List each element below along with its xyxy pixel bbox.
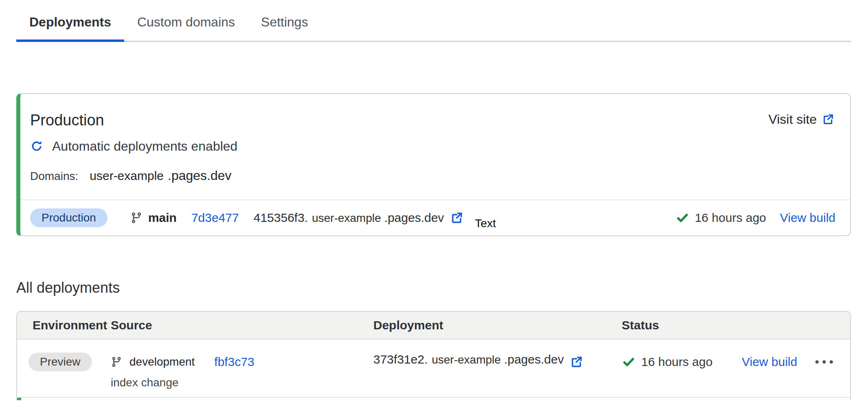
branch-name: development	[129, 355, 195, 368]
tab-deployments[interactable]: Deployments	[16, 0, 124, 42]
production-card-header: Production Visit site	[20, 94, 850, 130]
visit-site-label: Visit site	[768, 110, 817, 128]
domains-label: Domains:	[30, 170, 78, 183]
table-header-row: Environment Source Deployment Status	[17, 312, 850, 340]
source-cell: development fbf3c73 index change	[111, 353, 373, 397]
next-row-peek	[17, 398, 850, 400]
open-deployment-icon[interactable]	[450, 211, 464, 225]
actions-cell: View build •••	[742, 353, 850, 371]
deployment-cell: 373f31e2. user-example .pages.dev	[373, 353, 622, 371]
column-header-source: Source	[111, 318, 373, 332]
column-header-status: Status	[622, 318, 742, 332]
environment-cell: Preview	[17, 353, 111, 397]
git-branch-icon	[111, 356, 122, 368]
tab-settings[interactable]: Settings	[248, 0, 321, 42]
production-row-status: 16 hours ago View build	[675, 211, 835, 225]
domains-row: Domains: user-example .pages.dev	[20, 168, 850, 199]
column-header-environment: Environment	[17, 318, 111, 332]
visit-site-link[interactable]: Visit site	[768, 110, 835, 128]
environment-badge: Preview	[28, 353, 92, 371]
deployment-url-suffix: .pages.dev	[504, 353, 564, 366]
table-row: Preview development fbf3c73 index change…	[17, 340, 850, 398]
commit-message: index change	[111, 376, 373, 389]
view-build-link[interactable]: View build	[742, 355, 797, 369]
auto-deployments-row: Automatic deployments enabled	[20, 138, 850, 154]
deployment-url-name: user-example	[312, 212, 381, 225]
pages-project-page: Deployments Custom domains Settings Prod…	[0, 0, 868, 400]
branch-name: main	[148, 211, 177, 225]
view-build-link[interactable]: View build	[780, 211, 835, 225]
tab-custom-domains[interactable]: Custom domains	[124, 0, 248, 42]
external-link-icon	[822, 113, 835, 126]
deployment-url-suffix: .pages.dev	[384, 211, 444, 225]
commit-hash-link[interactable]: fbf3c73	[214, 355, 254, 369]
deployment-url-prefix: 373f31e2.	[373, 353, 427, 366]
domain-name: user-example	[90, 169, 164, 183]
deployment-url: 415356f3. user-example .pages.dev	[254, 211, 444, 225]
commit-hash-link[interactable]: 7d3e477	[191, 211, 239, 225]
overflow-menu-button[interactable]: •••	[815, 356, 836, 368]
deployment-url-name: user-example	[432, 353, 501, 366]
deployment-url-prefix: 415356f3.	[254, 211, 308, 225]
all-deployments-heading: All deployments	[16, 278, 851, 297]
column-header-deployment: Deployment	[373, 318, 622, 332]
text-annotation: Text	[475, 217, 496, 230]
production-deployment-row: Production main 7d3e477 415356f3. user-e…	[20, 200, 850, 235]
auto-deployments-text: Automatic deployments enabled	[52, 139, 237, 154]
status-cell: 16 hours ago	[622, 353, 742, 371]
open-deployment-icon[interactable]	[570, 355, 583, 369]
deployments-table: Environment Source Deployment Status Pre…	[16, 311, 851, 400]
refresh-icon	[30, 140, 43, 153]
domain-suffix: .pages.dev	[168, 168, 232, 183]
production-card: Production Visit site Automa	[16, 93, 851, 236]
production-title: Production	[30, 110, 104, 130]
production-indicator-strip	[17, 398, 21, 400]
environment-badge: Production	[30, 208, 107, 227]
deploy-time: 16 hours ago	[641, 355, 712, 369]
tab-bar: Deployments Custom domains Settings	[16, 0, 851, 42]
git-branch-icon	[130, 212, 142, 224]
success-check-icon	[622, 355, 636, 369]
success-check-icon	[675, 211, 689, 225]
deploy-time: 16 hours ago	[695, 211, 766, 225]
